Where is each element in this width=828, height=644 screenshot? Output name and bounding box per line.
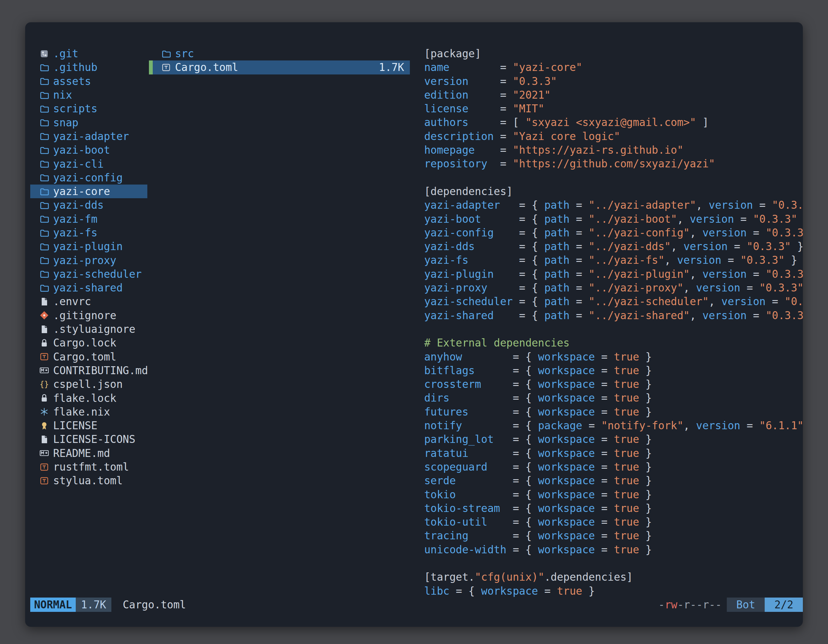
markdown-icon [39, 365, 50, 376]
code-line: tokio-util = { workspace = true } [424, 515, 803, 529]
file-label: CONTRIBUTING.md [53, 364, 147, 377]
code-line: scopeguard = { workspace = true } [424, 460, 803, 474]
json-icon: {} [39, 379, 50, 390]
file-row[interactable]: {}cspell.json [30, 378, 147, 391]
code-line: crossterm = { workspace = true } [424, 378, 803, 391]
file-size: 1.7K [379, 61, 410, 74]
toml-icon [160, 62, 172, 73]
dir-row[interactable]: yazi-dds [30, 198, 147, 212]
status-spacer [186, 597, 659, 612]
file-label: .github [53, 61, 97, 74]
dir-row[interactable]: yazi-proxy [30, 253, 147, 267]
dir-row[interactable]: yazi-adapter [30, 130, 147, 143]
code-line: # External dependencies [424, 336, 803, 350]
dir-row[interactable]: yazi-shared [30, 281, 147, 295]
dir-row[interactable]: .github [30, 60, 147, 74]
code-line: bitflags = { workspace = true } [424, 364, 803, 378]
folder-icon [39, 282, 50, 294]
file-row[interactable]: stylua.toml [30, 474, 147, 487]
code-line: yazi-scheduler = { path = "../yazi-sched… [424, 295, 803, 308]
folder-icon [39, 186, 50, 197]
file-size-badge: 1.7K [76, 597, 111, 612]
file-row[interactable]: rustfmt.toml [30, 460, 147, 474]
file-label: yazi-scheduler [53, 268, 142, 280]
folder-icon [39, 144, 50, 156]
folder-icon [39, 103, 50, 114]
file-label: yazi-fs [53, 227, 97, 239]
code-line: parking_lot = { workspace = true } [424, 432, 803, 446]
folder-icon [39, 158, 50, 169]
file-row[interactable]: CONTRIBUTING.md [30, 364, 147, 378]
markdown-icon [39, 447, 50, 459]
file-row[interactable]: Cargo.lock [30, 336, 147, 350]
svg-text:{}: {} [40, 380, 49, 389]
folder-icon [39, 62, 50, 73]
file-label: .gitignore [53, 309, 116, 322]
code-line: ratatui = { workspace = true } [424, 447, 803, 460]
file-label: stylua.toml [53, 475, 123, 487]
dir-row[interactable]: yazi-fm [30, 212, 147, 226]
snowflake-icon [39, 406, 50, 417]
dir-row[interactable]: yazi-scheduler [30, 267, 147, 281]
folder-icon [39, 268, 50, 280]
code-line: [target."cfg(unix)".dependencies] [424, 570, 803, 584]
file-label: LICENSE-ICONS [53, 433, 135, 445]
file-row[interactable]: README.md [30, 447, 147, 460]
file-row[interactable]: .envrc [30, 295, 147, 308]
file-label: README.md [53, 447, 110, 459]
code-line: tracing = { workspace = true } [424, 529, 803, 542]
file-label: Cargo.toml [175, 61, 238, 74]
dir-row[interactable]: yazi-fs [30, 226, 147, 240]
file-label: flake.lock [53, 392, 116, 404]
code-line: unicode-width = { workspace = true } [424, 543, 803, 556]
file-icon [39, 296, 50, 307]
code-line: [package] [424, 47, 803, 60]
code-line [424, 556, 803, 570]
file-row[interactable]: flake.nix [30, 405, 147, 419]
dir-row[interactable]: .git [30, 47, 147, 60]
file-row[interactable]: LICENSE [30, 419, 147, 432]
file-label: yazi-plugin [53, 240, 123, 253]
file-label: flake.nix [53, 406, 110, 418]
file-label: nix [53, 89, 72, 101]
dir-row[interactable]: yazi-plugin [30, 240, 147, 253]
git-ignore-icon [39, 310, 50, 321]
file-row[interactable]: Cargo.toml1.7K [149, 60, 410, 74]
code-line: edition = "2021" [424, 88, 803, 102]
file-row[interactable]: .styluaignore [30, 322, 147, 336]
license-icon [39, 420, 50, 431]
dir-row[interactable]: yazi-core [30, 185, 147, 198]
dir-row[interactable]: nix [30, 88, 147, 102]
dir-row[interactable]: yazi-config [30, 171, 147, 185]
dir-row[interactable]: snap [30, 116, 147, 129]
file-icon [39, 324, 50, 335]
folder-icon [39, 130, 50, 142]
parent-directory-pane: .git.githubassetsnixscriptssnapyazi-adap… [30, 47, 147, 488]
code-line: notify = { package = "notify-fork", vers… [424, 419, 803, 432]
toml-icon [39, 475, 50, 486]
file-row[interactable]: Cargo.toml [30, 350, 147, 364]
git-repo-icon [39, 48, 50, 60]
file-row[interactable]: .gitignore [30, 309, 147, 322]
file-name-label: Cargo.toml [123, 597, 186, 612]
code-line: version = "0.3.3" [424, 74, 803, 88]
code-line: serde = { workspace = true } [424, 474, 803, 487]
file-label: scripts [53, 102, 97, 115]
file-label: .envrc [53, 295, 91, 308]
file-label: .styluaignore [53, 323, 135, 335]
dir-row[interactable]: scripts [30, 102, 147, 116]
file-label: yazi-adapter [53, 130, 129, 143]
file-label: rustfmt.toml [53, 461, 129, 473]
dir-row[interactable]: yazi-boot [30, 143, 147, 157]
dir-row[interactable]: src [149, 47, 410, 60]
dir-row[interactable]: assets [30, 74, 147, 88]
file-row[interactable]: flake.lock [30, 391, 147, 405]
selection-marker [149, 60, 153, 74]
code-line: yazi-plugin = { path = "../yazi-plugin",… [424, 267, 803, 281]
file-permissions: -rw-r--r-- [659, 597, 722, 612]
file-label: cspell.json [53, 378, 123, 390]
file-row[interactable]: LICENSE-ICONS [30, 432, 147, 446]
folder-icon [39, 172, 50, 183]
lock-icon [39, 337, 50, 349]
dir-row[interactable]: yazi-cli [30, 157, 147, 171]
